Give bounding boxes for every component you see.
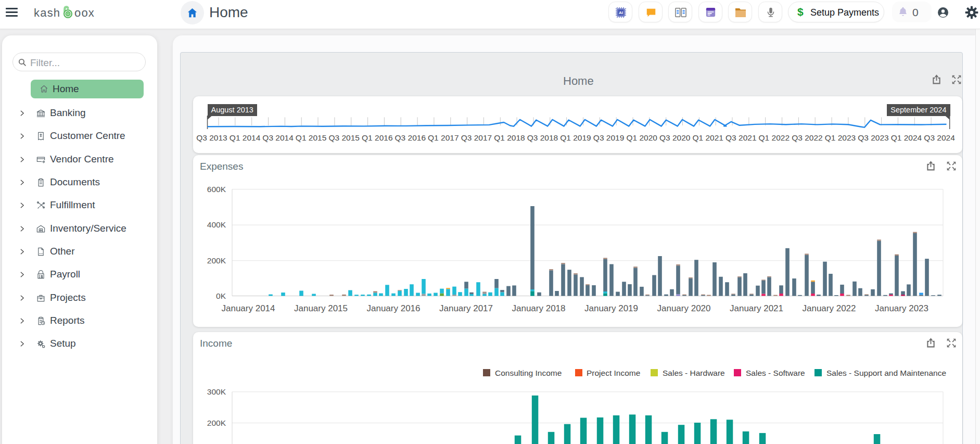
svg-text:Q3 2013: Q3 2013 bbox=[196, 133, 227, 142]
svg-text:January 2015: January 2015 bbox=[294, 303, 348, 313]
svg-text:400K: 400K bbox=[207, 220, 226, 229]
svg-text:Q3 2015: Q3 2015 bbox=[328, 133, 359, 142]
svg-text:Q1 2019: Q1 2019 bbox=[560, 133, 591, 142]
svg-text:Q1 2023: Q1 2023 bbox=[825, 133, 856, 142]
svg-text:January 2016: January 2016 bbox=[366, 303, 420, 313]
svg-text:Q1 2024: Q1 2024 bbox=[891, 133, 922, 142]
svg-text:Q3 2024: Q3 2024 bbox=[924, 133, 955, 142]
svg-text:300K: 300K bbox=[207, 387, 226, 396]
svg-text:200K: 200K bbox=[207, 256, 226, 265]
svg-text:January 2021: January 2021 bbox=[730, 303, 783, 313]
svg-text:Q3 2020: Q3 2020 bbox=[659, 133, 691, 142]
svg-text:Q3 2018: Q3 2018 bbox=[527, 133, 558, 142]
svg-text:Q3 2019: Q3 2019 bbox=[593, 133, 624, 142]
svg-text:Q3 2016: Q3 2016 bbox=[395, 133, 426, 142]
svg-text:Q3 2017: Q3 2017 bbox=[461, 133, 492, 142]
svg-text:January 2023: January 2023 bbox=[875, 303, 928, 313]
svg-text:Q1 2022: Q1 2022 bbox=[759, 133, 790, 142]
svg-text:January 2017: January 2017 bbox=[439, 303, 493, 313]
svg-text:0K: 0K bbox=[216, 291, 226, 300]
svg-text:600K: 600K bbox=[207, 185, 226, 194]
svg-text:January 2022: January 2022 bbox=[802, 303, 856, 313]
svg-text:Q1 2016: Q1 2016 bbox=[362, 133, 392, 142]
svg-text:Q1 2017: Q1 2017 bbox=[428, 133, 459, 142]
svg-text:Q3 2023: Q3 2023 bbox=[858, 133, 888, 142]
svg-text:Q3 2014: Q3 2014 bbox=[262, 133, 294, 142]
svg-text:Q1 2014: Q1 2014 bbox=[230, 133, 261, 142]
svg-text:Q1 2021: Q1 2021 bbox=[692, 133, 723, 142]
svg-text:Q3 2022: Q3 2022 bbox=[792, 133, 822, 142]
svg-text:January 2020: January 2020 bbox=[657, 303, 710, 313]
svg-text:Q1 2020: Q1 2020 bbox=[626, 133, 657, 142]
svg-text:January 2019: January 2019 bbox=[584, 303, 638, 313]
svg-text:200K: 200K bbox=[207, 418, 226, 427]
svg-text:January 2018: January 2018 bbox=[512, 303, 565, 313]
svg-text:AI: AI bbox=[619, 10, 623, 15]
svg-text:Q1 2018: Q1 2018 bbox=[494, 133, 525, 142]
svg-text:Q1 2015: Q1 2015 bbox=[296, 133, 326, 142]
svg-text:January 2014: January 2014 bbox=[221, 303, 275, 313]
svg-text:Q3 2021: Q3 2021 bbox=[726, 133, 756, 142]
